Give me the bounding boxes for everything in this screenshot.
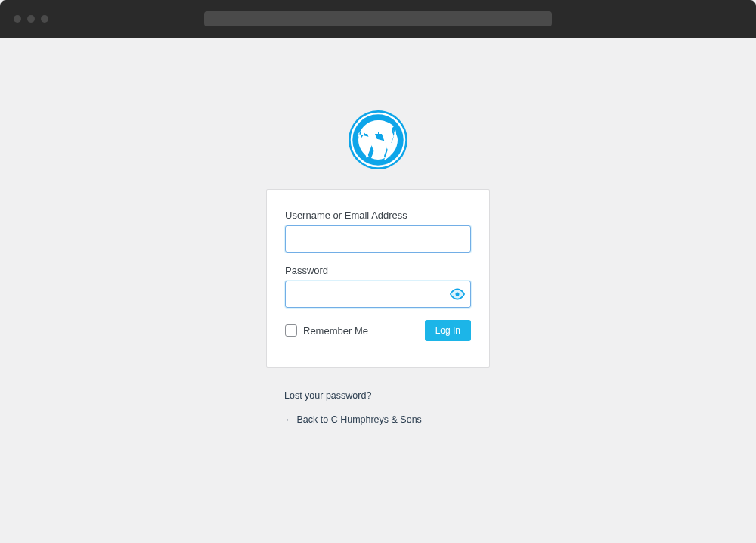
form-bottom-row: Remember Me Log In xyxy=(285,320,471,341)
wordpress-logo[interactable] xyxy=(348,110,408,170)
remember-me-checkbox[interactable] xyxy=(285,324,297,337)
password-label: Password xyxy=(285,265,471,276)
svg-point-2 xyxy=(456,293,460,296)
eye-icon xyxy=(450,287,465,302)
back-to-site-link[interactable]: ← Back to C Humphreys & Sons xyxy=(284,414,472,425)
browser-title-bar xyxy=(0,0,756,38)
maximize-window-button[interactable] xyxy=(41,15,48,23)
url-bar[interactable] xyxy=(204,11,552,26)
login-form: Username or Email Address Password Remem… xyxy=(266,189,490,368)
login-page-content: Username or Email Address Password Remem… xyxy=(0,38,756,425)
back-to-site-text: Back to C Humphreys & Sons xyxy=(297,414,422,425)
window-controls xyxy=(14,15,48,23)
username-label: Username or Email Address xyxy=(285,209,471,221)
password-input[interactable] xyxy=(285,281,471,308)
remember-me-label[interactable]: Remember Me xyxy=(303,325,368,337)
toggle-password-visibility-button[interactable] xyxy=(450,287,465,302)
arrow-left-icon: ← xyxy=(284,414,294,425)
below-form-links: Lost your password? ← Back to C Humphrey… xyxy=(266,390,490,425)
minimize-window-button[interactable] xyxy=(27,15,35,23)
lost-password-link[interactable]: Lost your password? xyxy=(284,390,472,401)
username-field-group: Username or Email Address xyxy=(285,209,471,253)
close-window-button[interactable] xyxy=(14,15,21,23)
password-field-group: Password xyxy=(285,265,471,308)
username-input[interactable] xyxy=(285,225,471,253)
login-submit-button[interactable]: Log In xyxy=(425,320,471,341)
remember-me-wrapper: Remember Me xyxy=(285,324,368,337)
password-input-wrapper xyxy=(285,281,471,308)
